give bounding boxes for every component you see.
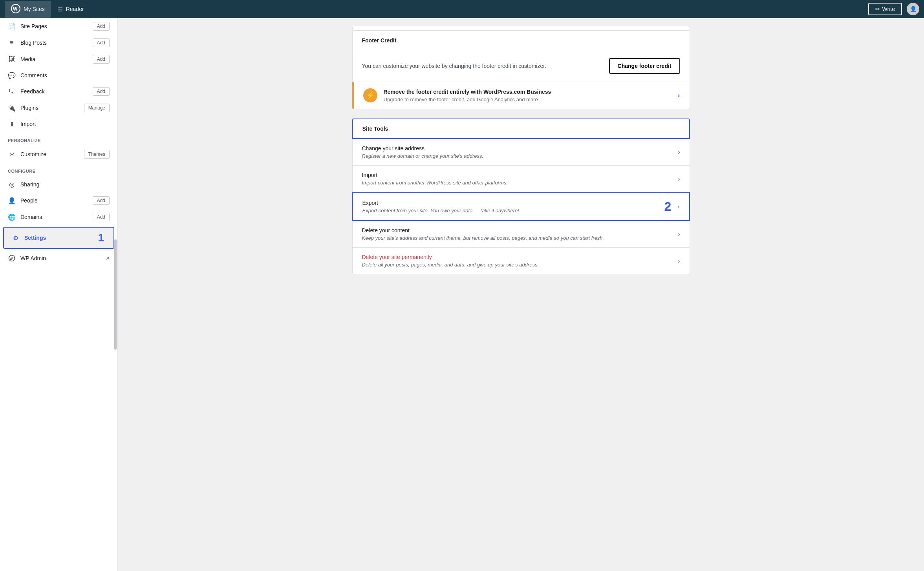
site-pages-icon: 📄	[8, 22, 16, 30]
settings-highlighted-wrapper: ⚙ Settings 1	[3, 227, 114, 249]
comments-icon: 💬	[8, 71, 16, 79]
change-footer-credit-button[interactable]: Change footer credit	[609, 58, 680, 74]
delete-content-desc: Keep your site's address and current the…	[362, 235, 678, 241]
scrollbar-thumb	[114, 239, 117, 350]
delete-content-item[interactable]: Delete your content Keep your site's add…	[352, 221, 690, 248]
delete-site-desc: Delete all your posts, pages, media, and…	[362, 262, 678, 268]
plugins-manage-button[interactable]: Manage	[84, 104, 110, 112]
my-sites-nav[interactable]: W My Sites	[5, 1, 51, 18]
footer-credit-body: You can customize your website by changi…	[352, 50, 690, 82]
footer-credit-title: Footer Credit	[352, 31, 690, 50]
top-nav-left: W My Sites ☰ Reader	[5, 1, 90, 18]
sidebar-item-settings[interactable]: ⚙ Settings 1	[4, 228, 113, 248]
export-desc: Export content from your site. You own y…	[362, 208, 664, 213]
write-button[interactable]: ✏ Write	[868, 3, 902, 15]
people-icon: 👤	[8, 197, 16, 204]
site-tools-section: Site Tools Change your site address Regi…	[352, 119, 690, 274]
footer-credit-section: Footer Credit You can customize your web…	[352, 31, 690, 109]
sidebar-item-site-pages[interactable]: 📄 Site Pages Add	[0, 18, 117, 35]
avatar[interactable]: 👤	[907, 3, 919, 15]
sharing-icon: ◎	[8, 181, 16, 188]
sidebar-item-media[interactable]: 🖼 Media Add	[0, 51, 117, 67]
reader-label: Reader	[66, 6, 84, 12]
delete-content-title: Delete your content	[362, 227, 678, 234]
sidebar-item-people[interactable]: 👤 People Add	[0, 192, 117, 209]
blog-posts-icon: ≡	[8, 39, 16, 47]
domains-icon: 🌐	[8, 213, 16, 221]
wp-admin-icon: W	[8, 254, 16, 262]
import-chevron-icon: ›	[678, 175, 680, 182]
plugins-icon: 🔌	[8, 104, 16, 112]
footer-credit-text: You can customize your website by changi…	[362, 63, 603, 69]
delete-site-chevron-icon: ›	[678, 257, 680, 265]
footer-credit-scroll-top	[352, 26, 690, 31]
wp-logo-icon: W	[11, 4, 20, 15]
top-nav-right: ✏ Write 👤	[868, 3, 919, 15]
customize-icon: ✂	[8, 150, 16, 158]
delete-site-item[interactable]: Delete your site permanently Delete all …	[352, 248, 690, 274]
reader-nav[interactable]: ☰ Reader	[51, 2, 90, 16]
upgrade-title: Remove the footer credit entirely with W…	[384, 89, 672, 95]
change-address-desc: Register a new domain or change your sit…	[362, 153, 678, 159]
export-chevron-icon: ›	[677, 203, 679, 210]
feedback-add-button[interactable]: Add	[93, 87, 110, 96]
domains-add-button[interactable]: Add	[93, 213, 110, 221]
top-nav: W My Sites ☰ Reader ✏ Write 👤	[0, 0, 924, 18]
sidebar-item-feedback[interactable]: 🗨 Feedback Add	[0, 83, 117, 100]
import-desc: Import content from another WordPress si…	[362, 180, 678, 186]
delete-content-content: Delete your content Keep your site's add…	[362, 227, 678, 241]
blog-posts-add-button[interactable]: Add	[93, 38, 110, 47]
delete-site-title: Delete your site permanently	[362, 254, 678, 260]
change-address-chevron-icon: ›	[678, 149, 680, 156]
main-content: Footer Credit You can customize your web…	[118, 18, 924, 571]
my-sites-label: My Sites	[24, 6, 45, 12]
delete-content-chevron-icon: ›	[678, 231, 680, 238]
site-pages-add-button[interactable]: Add	[93, 22, 110, 31]
reader-icon: ☰	[57, 5, 63, 13]
change-address-content: Change your site address Register a new …	[362, 145, 678, 159]
sidebar-item-sharing[interactable]: ◎ Sharing	[0, 177, 117, 192]
upgrade-subtitle: Upgrade to remove the footer credit, add…	[384, 97, 672, 102]
feedback-icon: 🗨	[8, 88, 16, 95]
change-address-title: Change your site address	[362, 145, 678, 151]
import-content: Import Import content from another WordP…	[362, 172, 678, 186]
sidebar-item-import[interactable]: ⬆ Import	[0, 116, 117, 132]
personalize-section-label: Personalize	[0, 132, 117, 146]
themes-button[interactable]: Themes	[84, 150, 110, 159]
import-title: Import	[362, 172, 678, 178]
sidebar-item-blog-posts[interactable]: ≡ Blog Posts Add	[0, 35, 117, 51]
sidebar-item-comments[interactable]: 💬 Comments	[0, 67, 117, 83]
badge-2: 2	[664, 199, 671, 214]
people-add-button[interactable]: Add	[93, 196, 110, 205]
layout: 📄 Site Pages Add ≡ Blog Posts Add 🖼 Medi…	[0, 18, 924, 571]
scrollbar-track[interactable]	[114, 18, 117, 571]
badge-1: 1	[98, 232, 104, 244]
export-title: Export	[362, 200, 664, 206]
configure-section-label: Configure	[0, 162, 117, 177]
import-item[interactable]: Import Import content from another WordP…	[352, 166, 690, 192]
upgrade-chevron-icon: ›	[678, 91, 680, 100]
write-icon: ✏	[875, 6, 880, 12]
settings-icon: ⚙	[12, 234, 20, 242]
change-address-item[interactable]: Change your site address Register a new …	[352, 139, 690, 166]
export-item[interactable]: Export Export content from your site. Yo…	[352, 192, 690, 221]
sidebar-item-plugins[interactable]: 🔌 Plugins Manage	[0, 100, 117, 116]
sidebar-item-wp-admin[interactable]: W WP Admin ↗	[0, 250, 117, 266]
svg-text:W: W	[9, 257, 13, 261]
upgrade-banner[interactable]: ⚡ Remove the footer credit entirely with…	[352, 82, 690, 109]
write-label: Write	[882, 6, 895, 12]
export-content: Export Export content from your site. Yo…	[362, 200, 664, 213]
sidebar: 📄 Site Pages Add ≡ Blog Posts Add 🖼 Medi…	[0, 18, 118, 571]
site-tools-header: Site Tools	[352, 119, 690, 139]
media-add-button[interactable]: Add	[93, 55, 110, 64]
svg-text:W: W	[13, 6, 18, 12]
import-icon: ⬆	[8, 120, 16, 128]
upgrade-icon: ⚡	[363, 88, 377, 102]
content-inner: Footer Credit You can customize your web…	[344, 18, 698, 282]
upgrade-text: Remove the footer credit entirely with W…	[384, 89, 672, 102]
delete-site-content: Delete your site permanently Delete all …	[362, 254, 678, 268]
sidebar-item-customize[interactable]: ✂ Customize Themes	[0, 146, 117, 162]
sidebar-item-domains[interactable]: 🌐 Domains Add	[0, 209, 117, 225]
external-link-icon: ↗	[105, 255, 110, 261]
media-icon: 🖼	[8, 55, 16, 63]
